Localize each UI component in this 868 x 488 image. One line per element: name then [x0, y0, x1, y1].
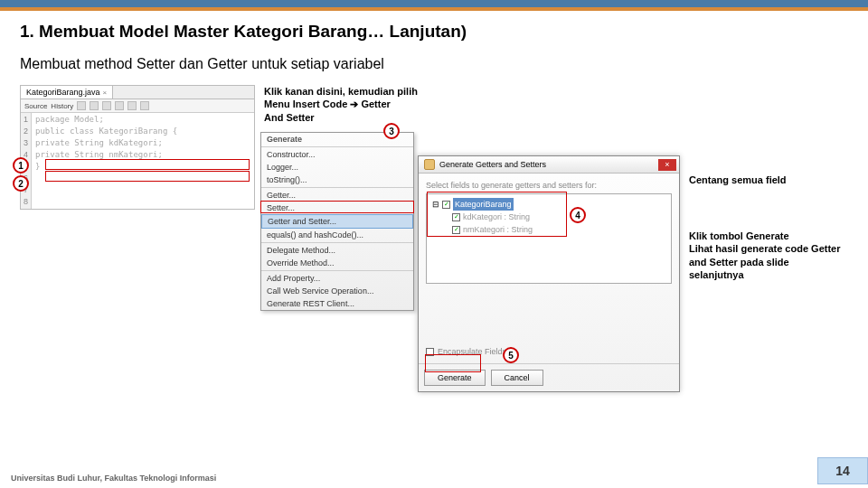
toolbar-icon[interactable]: [140, 101, 149, 110]
note-line: Menu Insert Code ➔ Getter: [264, 98, 427, 110]
highlight-box: [260, 201, 414, 213]
callout-badge-5: 5: [503, 347, 519, 363]
menu-sep: [261, 270, 413, 271]
slide-heading: 1. Membuat Model Master Kategori Barang……: [20, 22, 848, 42]
toolbar-icon[interactable]: [102, 101, 111, 110]
tab-history[interactable]: History: [51, 102, 73, 110]
menu-item-getter-setter[interactable]: Getter and Setter...: [261, 214, 413, 229]
highlight-box: [45, 159, 250, 170]
menu-item[interactable]: Add Property...: [261, 272, 413, 285]
file-tab[interactable]: KategoriBarang.java ×: [21, 86, 113, 99]
callout-badge-3: 3: [383, 123, 400, 139]
menu-item[interactable]: Constructor...: [261, 148, 413, 161]
menu-item[interactable]: Getter...: [261, 189, 413, 202]
toolbar-icon[interactable]: [77, 101, 86, 110]
highlight-box: [425, 354, 481, 372]
dialog-titlebar: Generate Getters and Setters ×: [419, 156, 679, 174]
code-line: package Model;: [35, 114, 177, 126]
tab-label: KategoriBarang.java: [26, 88, 100, 97]
callout-badge-2: 2: [13, 175, 29, 192]
note-insert-code: Klik kanan disini, kemudian pilih Menu I…: [264, 85, 427, 124]
code-line: private String kdKategori;: [35, 137, 177, 149]
line-num: 3: [24, 137, 28, 149]
context-menu: Generate Constructor... Logger... toStri…: [260, 132, 414, 311]
note-line: And Setter: [264, 111, 427, 124]
slide-subheading: Membuat method Setter dan Getter untuk s…: [20, 56, 848, 72]
menu-item[interactable]: Generate REST Client...: [261, 297, 413, 310]
tab-source[interactable]: Source: [24, 102, 47, 110]
dialog-title: Generate Getters and Setters: [439, 160, 546, 169]
note-line: and Setter pada slide: [689, 256, 852, 268]
menu-sep: [261, 242, 413, 243]
editor-tabs: KategoriBarang.java ×: [21, 86, 254, 99]
line-num: 8: [24, 196, 28, 208]
line-num: 1: [24, 114, 28, 126]
callout-badge-4: 4: [570, 207, 586, 223]
footer-text: Universitas Budi Luhur, Fakultas Teknolo…: [11, 474, 216, 483]
note-line: Klik tombol Generate: [689, 230, 852, 242]
menu-item[interactable]: Override Method...: [261, 257, 413, 269]
note-check-fields: Centang semua field: [689, 174, 787, 186]
dialog-label: Select fields to generate getters and se…: [426, 181, 672, 190]
toolbar-icon[interactable]: [90, 101, 99, 110]
menu-item[interactable]: equals() and hashCode()...: [261, 229, 413, 241]
toolbar-icon[interactable]: [115, 101, 124, 110]
menu-item[interactable]: Call Web Service Operation...: [261, 285, 413, 297]
slide-body: 1. Membuat Model Master Kategori Barang……: [0, 11, 868, 436]
code-editor: KategoriBarang.java × Source History 1 2…: [20, 85, 255, 210]
page-number: 14: [817, 457, 868, 484]
highlight-box: [45, 171, 250, 182]
note-line: Lihat hasil generate code Getter: [689, 242, 852, 255]
highlight-box: [427, 192, 567, 237]
editor-toolbar: Source History: [21, 99, 254, 113]
line-num: 2: [24, 126, 28, 137]
menu-item[interactable]: Delegate Method...: [261, 244, 413, 257]
cancel-button[interactable]: Cancel: [491, 370, 543, 386]
toolbar-icon[interactable]: [127, 101, 137, 110]
close-icon[interactable]: ×: [103, 89, 108, 97]
note-line: Klik kanan disini, kemudian pilih: [264, 85, 427, 98]
callout-badge-1: 1: [13, 157, 29, 174]
menu-sep: [261, 146, 413, 147]
content-area: KategoriBarang.java × Source History 1 2…: [20, 85, 848, 428]
note-generate: Klik tombol Generate Lihat hasil generat…: [689, 230, 852, 281]
code-line: public class KategoriBarang {: [35, 126, 177, 137]
note-line: selanjutnya: [689, 268, 852, 281]
menu-sep: [261, 187, 413, 188]
dialog-icon: [424, 159, 435, 170]
arrow-icon: ➔: [350, 99, 358, 109]
close-icon[interactable]: ×: [658, 159, 676, 171]
menu-item[interactable]: toString()...: [261, 174, 413, 186]
header-bar: [0, 0, 868, 11]
menu-item[interactable]: Logger...: [261, 161, 413, 174]
